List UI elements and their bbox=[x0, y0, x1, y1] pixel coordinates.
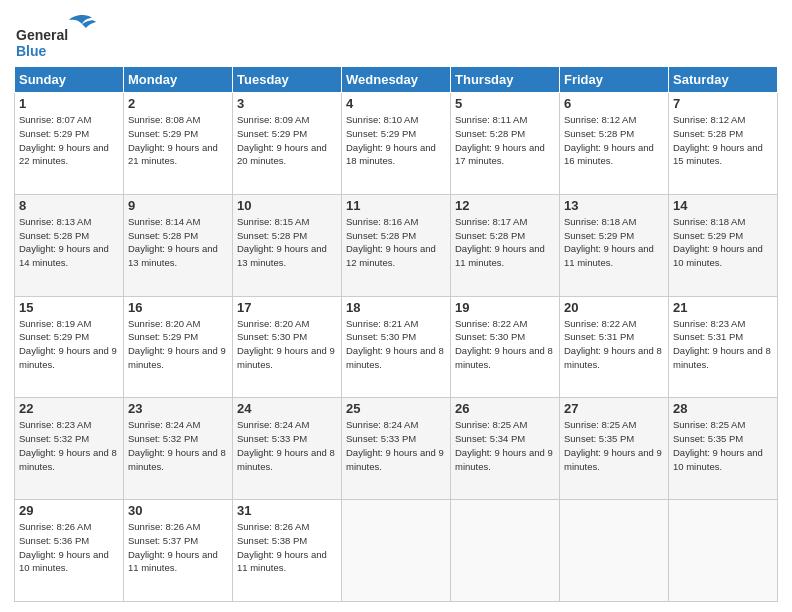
day-number: 19 bbox=[455, 300, 555, 315]
day-info: Sunrise: 8:12 AMSunset: 5:28 PMDaylight:… bbox=[564, 113, 664, 168]
day-info: Sunrise: 8:17 AMSunset: 5:28 PMDaylight:… bbox=[455, 215, 555, 270]
calendar-cell: 20Sunrise: 8:22 AMSunset: 5:31 PMDayligh… bbox=[560, 296, 669, 398]
day-info: Sunrise: 8:18 AMSunset: 5:29 PMDaylight:… bbox=[673, 215, 773, 270]
day-info: Sunrise: 8:23 AMSunset: 5:31 PMDaylight:… bbox=[673, 317, 773, 372]
weekday-header-row: SundayMondayTuesdayWednesdayThursdayFrid… bbox=[15, 67, 778, 93]
day-info: Sunrise: 8:24 AMSunset: 5:33 PMDaylight:… bbox=[346, 418, 446, 473]
weekday-header-sunday: Sunday bbox=[15, 67, 124, 93]
day-info: Sunrise: 8:26 AMSunset: 5:37 PMDaylight:… bbox=[128, 520, 228, 575]
day-number: 27 bbox=[564, 401, 664, 416]
day-info: Sunrise: 8:24 AMSunset: 5:33 PMDaylight:… bbox=[237, 418, 337, 473]
day-number: 1 bbox=[19, 96, 119, 111]
day-number: 14 bbox=[673, 198, 773, 213]
weekday-header-tuesday: Tuesday bbox=[233, 67, 342, 93]
day-number: 17 bbox=[237, 300, 337, 315]
day-number: 15 bbox=[19, 300, 119, 315]
calendar-cell: 2Sunrise: 8:08 AMSunset: 5:29 PMDaylight… bbox=[124, 93, 233, 195]
header: General Blue bbox=[14, 10, 778, 60]
calendar-cell: 28Sunrise: 8:25 AMSunset: 5:35 PMDayligh… bbox=[669, 398, 778, 500]
svg-text:Blue: Blue bbox=[16, 43, 47, 59]
weekday-header-monday: Monday bbox=[124, 67, 233, 93]
calendar-cell: 5Sunrise: 8:11 AMSunset: 5:28 PMDaylight… bbox=[451, 93, 560, 195]
day-info: Sunrise: 8:25 AMSunset: 5:35 PMDaylight:… bbox=[564, 418, 664, 473]
calendar-cell: 29Sunrise: 8:26 AMSunset: 5:36 PMDayligh… bbox=[15, 500, 124, 602]
weekday-header-wednesday: Wednesday bbox=[342, 67, 451, 93]
day-number: 22 bbox=[19, 401, 119, 416]
logo: General Blue bbox=[14, 10, 104, 60]
calendar-cell bbox=[451, 500, 560, 602]
calendar-cell: 21Sunrise: 8:23 AMSunset: 5:31 PMDayligh… bbox=[669, 296, 778, 398]
calendar-cell: 8Sunrise: 8:13 AMSunset: 5:28 PMDaylight… bbox=[15, 194, 124, 296]
day-number: 25 bbox=[346, 401, 446, 416]
day-info: Sunrise: 8:11 AMSunset: 5:28 PMDaylight:… bbox=[455, 113, 555, 168]
day-number: 21 bbox=[673, 300, 773, 315]
day-number: 31 bbox=[237, 503, 337, 518]
week-row-1: 1Sunrise: 8:07 AMSunset: 5:29 PMDaylight… bbox=[15, 93, 778, 195]
day-number: 16 bbox=[128, 300, 228, 315]
day-number: 10 bbox=[237, 198, 337, 213]
calendar-cell: 3Sunrise: 8:09 AMSunset: 5:29 PMDaylight… bbox=[233, 93, 342, 195]
week-row-3: 15Sunrise: 8:19 AMSunset: 5:29 PMDayligh… bbox=[15, 296, 778, 398]
day-info: Sunrise: 8:16 AMSunset: 5:28 PMDaylight:… bbox=[346, 215, 446, 270]
day-number: 2 bbox=[128, 96, 228, 111]
day-info: Sunrise: 8:24 AMSunset: 5:32 PMDaylight:… bbox=[128, 418, 228, 473]
day-info: Sunrise: 8:25 AMSunset: 5:35 PMDaylight:… bbox=[673, 418, 773, 473]
calendar-cell: 31Sunrise: 8:26 AMSunset: 5:38 PMDayligh… bbox=[233, 500, 342, 602]
calendar-cell: 24Sunrise: 8:24 AMSunset: 5:33 PMDayligh… bbox=[233, 398, 342, 500]
calendar-cell bbox=[560, 500, 669, 602]
day-info: Sunrise: 8:25 AMSunset: 5:34 PMDaylight:… bbox=[455, 418, 555, 473]
day-number: 5 bbox=[455, 96, 555, 111]
day-number: 3 bbox=[237, 96, 337, 111]
week-row-2: 8Sunrise: 8:13 AMSunset: 5:28 PMDaylight… bbox=[15, 194, 778, 296]
calendar-table: SundayMondayTuesdayWednesdayThursdayFrid… bbox=[14, 66, 778, 602]
calendar-cell: 6Sunrise: 8:12 AMSunset: 5:28 PMDaylight… bbox=[560, 93, 669, 195]
day-number: 26 bbox=[455, 401, 555, 416]
day-info: Sunrise: 8:23 AMSunset: 5:32 PMDaylight:… bbox=[19, 418, 119, 473]
day-info: Sunrise: 8:08 AMSunset: 5:29 PMDaylight:… bbox=[128, 113, 228, 168]
day-number: 20 bbox=[564, 300, 664, 315]
day-info: Sunrise: 8:10 AMSunset: 5:29 PMDaylight:… bbox=[346, 113, 446, 168]
weekday-header-saturday: Saturday bbox=[669, 67, 778, 93]
day-number: 18 bbox=[346, 300, 446, 315]
calendar-cell: 11Sunrise: 8:16 AMSunset: 5:28 PMDayligh… bbox=[342, 194, 451, 296]
calendar-cell: 26Sunrise: 8:25 AMSunset: 5:34 PMDayligh… bbox=[451, 398, 560, 500]
calendar-cell: 10Sunrise: 8:15 AMSunset: 5:28 PMDayligh… bbox=[233, 194, 342, 296]
day-number: 11 bbox=[346, 198, 446, 213]
calendar-cell: 9Sunrise: 8:14 AMSunset: 5:28 PMDaylight… bbox=[124, 194, 233, 296]
calendar-cell: 23Sunrise: 8:24 AMSunset: 5:32 PMDayligh… bbox=[124, 398, 233, 500]
calendar-cell: 30Sunrise: 8:26 AMSunset: 5:37 PMDayligh… bbox=[124, 500, 233, 602]
calendar-cell: 16Sunrise: 8:20 AMSunset: 5:29 PMDayligh… bbox=[124, 296, 233, 398]
calendar-cell: 27Sunrise: 8:25 AMSunset: 5:35 PMDayligh… bbox=[560, 398, 669, 500]
day-number: 8 bbox=[19, 198, 119, 213]
day-info: Sunrise: 8:20 AMSunset: 5:30 PMDaylight:… bbox=[237, 317, 337, 372]
day-number: 23 bbox=[128, 401, 228, 416]
day-number: 30 bbox=[128, 503, 228, 518]
day-info: Sunrise: 8:13 AMSunset: 5:28 PMDaylight:… bbox=[19, 215, 119, 270]
weekday-header-friday: Friday bbox=[560, 67, 669, 93]
calendar-cell: 14Sunrise: 8:18 AMSunset: 5:29 PMDayligh… bbox=[669, 194, 778, 296]
svg-text:General: General bbox=[16, 27, 68, 43]
logo-svg: General Blue bbox=[14, 10, 104, 60]
day-number: 29 bbox=[19, 503, 119, 518]
day-number: 7 bbox=[673, 96, 773, 111]
calendar-cell: 15Sunrise: 8:19 AMSunset: 5:29 PMDayligh… bbox=[15, 296, 124, 398]
day-info: Sunrise: 8:09 AMSunset: 5:29 PMDaylight:… bbox=[237, 113, 337, 168]
day-info: Sunrise: 8:07 AMSunset: 5:29 PMDaylight:… bbox=[19, 113, 119, 168]
day-info: Sunrise: 8:18 AMSunset: 5:29 PMDaylight:… bbox=[564, 215, 664, 270]
calendar-cell: 4Sunrise: 8:10 AMSunset: 5:29 PMDaylight… bbox=[342, 93, 451, 195]
day-number: 13 bbox=[564, 198, 664, 213]
day-info: Sunrise: 8:12 AMSunset: 5:28 PMDaylight:… bbox=[673, 113, 773, 168]
day-info: Sunrise: 8:20 AMSunset: 5:29 PMDaylight:… bbox=[128, 317, 228, 372]
calendar-cell: 7Sunrise: 8:12 AMSunset: 5:28 PMDaylight… bbox=[669, 93, 778, 195]
day-info: Sunrise: 8:22 AMSunset: 5:31 PMDaylight:… bbox=[564, 317, 664, 372]
calendar-cell bbox=[342, 500, 451, 602]
day-info: Sunrise: 8:21 AMSunset: 5:30 PMDaylight:… bbox=[346, 317, 446, 372]
day-number: 9 bbox=[128, 198, 228, 213]
calendar-cell: 12Sunrise: 8:17 AMSunset: 5:28 PMDayligh… bbox=[451, 194, 560, 296]
day-info: Sunrise: 8:19 AMSunset: 5:29 PMDaylight:… bbox=[19, 317, 119, 372]
week-row-5: 29Sunrise: 8:26 AMSunset: 5:36 PMDayligh… bbox=[15, 500, 778, 602]
calendar-cell: 1Sunrise: 8:07 AMSunset: 5:29 PMDaylight… bbox=[15, 93, 124, 195]
calendar-cell: 18Sunrise: 8:21 AMSunset: 5:30 PMDayligh… bbox=[342, 296, 451, 398]
calendar-cell: 19Sunrise: 8:22 AMSunset: 5:30 PMDayligh… bbox=[451, 296, 560, 398]
day-info: Sunrise: 8:15 AMSunset: 5:28 PMDaylight:… bbox=[237, 215, 337, 270]
